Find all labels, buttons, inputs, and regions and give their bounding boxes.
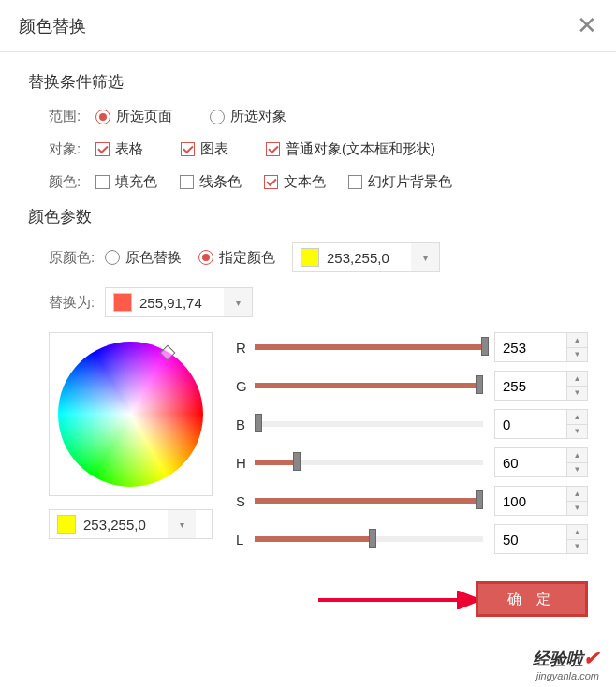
check-label: 填充色 xyxy=(115,173,157,191)
color-params-area: 253,255,0 ▾ R 253 ▲▼ G xyxy=(28,332,588,563)
color-wheel-marker[interactable] xyxy=(160,345,176,361)
spinner-r[interactable]: 253 ▲▼ xyxy=(494,332,588,362)
chevron-down-icon[interactable]: ▼ xyxy=(567,425,587,439)
spinner-value: 253 xyxy=(495,333,566,361)
row-color: 颜色: 填充色 线条色 文本色 幻灯片背景色 xyxy=(28,173,588,191)
slider-thumb[interactable] xyxy=(293,452,301,471)
dialog-footer: 确 定 xyxy=(0,563,616,645)
slider-thumb[interactable] xyxy=(476,375,483,394)
color-wheel[interactable] xyxy=(58,342,203,487)
section-filter-title: 替换条件筛选 xyxy=(28,71,588,93)
slider-l[interactable] xyxy=(255,536,483,542)
slider-row-g: G 255 ▲▼ xyxy=(236,371,588,401)
color-value: 253,255,0 xyxy=(83,517,168,533)
chevron-up-icon[interactable]: ▲ xyxy=(567,410,587,425)
radio-label: 原色替换 xyxy=(125,249,182,267)
checkbox-icon xyxy=(180,175,194,189)
slider-row-b: B 0 ▲▼ xyxy=(236,409,588,439)
check-fill-color[interactable]: 填充色 xyxy=(95,173,157,191)
slider-thumb[interactable] xyxy=(476,490,483,509)
chevron-up-icon[interactable]: ▲ xyxy=(567,487,587,502)
radio-icon xyxy=(95,110,110,124)
slider-fill xyxy=(255,536,369,542)
check-slide-bg-color[interactable]: 幻灯片背景色 xyxy=(348,173,452,191)
radio-selected-pages[interactable]: 所选页面 xyxy=(95,108,172,125)
chevron-down-icon: ▾ xyxy=(168,510,196,538)
spinner-b[interactable]: 0 ▲▼ xyxy=(494,409,588,439)
original-color-dropdown[interactable]: 253,255,0 ▾ xyxy=(292,242,440,272)
chevron-down-icon[interactable]: ▼ xyxy=(567,387,587,401)
checkbox-icon xyxy=(181,142,195,156)
chevron-down-icon[interactable]: ▼ xyxy=(567,463,587,477)
radio-icon xyxy=(210,110,225,124)
check-label: 表格 xyxy=(115,140,143,158)
checkbox-icon xyxy=(348,175,362,189)
chevron-down-icon[interactable]: ▼ xyxy=(567,502,587,516)
checkbox-icon xyxy=(266,142,280,156)
check-normal-object[interactable]: 普通对象(文本框和形状) xyxy=(266,140,435,158)
chevron-up-icon[interactable]: ▲ xyxy=(567,333,587,348)
check-line-color[interactable]: 线条色 xyxy=(180,173,242,191)
slider-thumb[interactable] xyxy=(369,529,376,548)
chevron-up-icon[interactable]: ▲ xyxy=(567,525,587,540)
radio-specify-color[interactable]: 指定颜色 xyxy=(198,249,275,267)
watermark-url: jingyanla.com xyxy=(533,670,599,681)
radio-label: 指定颜色 xyxy=(219,249,275,267)
slider-s[interactable] xyxy=(255,498,483,504)
spinner-h[interactable]: 60 ▲▼ xyxy=(494,447,588,477)
row-scope: 范围: 所选页面 所选对象 xyxy=(28,108,588,125)
channel-label: R xyxy=(236,340,255,356)
radio-icon xyxy=(105,250,120,265)
color-swatch xyxy=(57,515,76,534)
chevron-down-icon: ▾ xyxy=(224,288,252,316)
ok-button[interactable]: 确 定 xyxy=(476,581,588,617)
slider-b[interactable] xyxy=(255,421,483,427)
slider-fill xyxy=(255,344,481,350)
replace-color-dropdown[interactable]: 255,91,74 ▾ xyxy=(105,287,253,317)
radio-icon xyxy=(198,250,213,265)
check-text-color[interactable]: 文本色 xyxy=(264,173,326,191)
slider-thumb[interactable] xyxy=(255,414,262,432)
dialog-title: 颜色替换 xyxy=(19,15,86,37)
radio-label: 所选对象 xyxy=(230,108,286,125)
check-table[interactable]: 表格 xyxy=(95,140,143,158)
check-label: 图表 xyxy=(200,140,228,158)
watermark-text: 经验啦✔ xyxy=(533,647,599,670)
slider-row-r: R 253 ▲▼ xyxy=(236,332,588,362)
wheel-color-dropdown[interactable]: 253,255,0 ▾ xyxy=(49,509,213,539)
arrow-annotation-icon xyxy=(318,591,477,609)
slider-g[interactable] xyxy=(255,383,483,388)
radio-selected-objects[interactable]: 所选对象 xyxy=(210,108,286,125)
radio-replace-original[interactable]: 原色替换 xyxy=(105,249,182,267)
chevron-down-icon[interactable]: ▼ xyxy=(567,540,587,554)
object-check-group: 表格 图表 普通对象(文本框和形状) xyxy=(95,140,435,158)
spinner-value: 100 xyxy=(495,487,566,515)
slider-r[interactable] xyxy=(255,344,483,350)
color-check-group: 填充色 线条色 文本色 幻灯片背景色 xyxy=(95,173,452,191)
spinner-value: 255 xyxy=(495,372,566,400)
color-wheel-box xyxy=(49,332,213,496)
color-value: 255,91,74 xyxy=(139,295,224,311)
row-replace-color: 替换为: 255,91,74 ▾ xyxy=(28,287,588,317)
slider-h[interactable] xyxy=(255,460,483,465)
spinner-l[interactable]: 50 ▲▼ xyxy=(494,524,588,554)
chevron-down-icon[interactable]: ▼ xyxy=(567,348,587,362)
slider-thumb[interactable] xyxy=(481,337,489,356)
spinner-value: 0 xyxy=(495,410,566,438)
chevron-up-icon[interactable]: ▲ xyxy=(567,448,587,463)
checkbox-icon xyxy=(95,175,110,189)
section-params-title: 颜色参数 xyxy=(28,206,588,227)
slider-fill xyxy=(255,460,293,465)
original-color-label: 原颜色: xyxy=(49,249,105,267)
close-icon[interactable]: ✕ xyxy=(577,11,597,40)
svg-marker-1 xyxy=(459,592,477,607)
chevron-up-icon[interactable]: ▲ xyxy=(567,372,587,387)
spinner-g[interactable]: 255 ▲▼ xyxy=(494,371,588,401)
spinner-buttons: ▲▼ xyxy=(566,410,587,438)
channel-label: B xyxy=(236,417,255,432)
checkbox-icon xyxy=(95,142,110,156)
check-chart[interactable]: 图表 xyxy=(181,140,228,158)
replace-color-label: 替换为: xyxy=(49,294,105,312)
check-label: 文本色 xyxy=(284,173,326,191)
spinner-s[interactable]: 100 ▲▼ xyxy=(494,486,588,516)
